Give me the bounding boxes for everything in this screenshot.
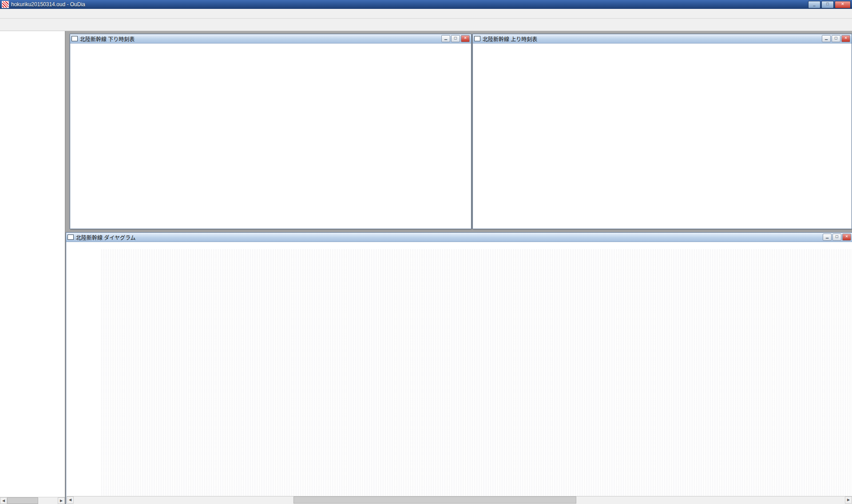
- down-close-button[interactable]: ✕: [461, 35, 470, 42]
- down-maximize-button[interactable]: ▢: [451, 35, 460, 42]
- up-window-title: 北陸新幹線 上り時刻表: [483, 35, 537, 43]
- diagram-minimize-button[interactable]: ▁: [823, 234, 832, 241]
- oudia-app: hokuriku20150314.oud - OuDia _ □ ✕ ◀ ▶ 北…: [0, 0, 852, 504]
- minimize-button[interactable]: _: [808, 1, 820, 8]
- window-title: hokuriku20150314.oud - OuDia: [11, 1, 85, 8]
- maximize-button[interactable]: □: [821, 1, 834, 8]
- tree-hscroll-thumb[interactable]: [7, 497, 38, 504]
- main-titlebar[interactable]: hokuriku20150314.oud - OuDia _ □ ✕: [0, 0, 852, 9]
- scroll-left-icon[interactable]: ◀: [0, 497, 7, 504]
- diagram-grid[interactable]: [101, 249, 852, 496]
- close-button[interactable]: ✕: [835, 1, 851, 8]
- down-window-titlebar[interactable]: 北陸新幹線 下り時刻表 ▁ ▢ ✕: [70, 34, 471, 44]
- diagram-window: 北陸新幹線 ダイヤグラム ▁ ▢ ✕ ◀ ▶: [66, 232, 852, 504]
- diagram-close-button[interactable]: ✕: [842, 234, 851, 241]
- diagram-body: ◀ ▶: [67, 242, 852, 504]
- down-minimize-button[interactable]: ▁: [441, 35, 450, 42]
- diagram-window-titlebar[interactable]: 北陸新幹線 ダイヤグラム ▁ ▢ ✕: [66, 233, 852, 242]
- up-close-button[interactable]: ✕: [841, 35, 850, 42]
- scroll-left-icon[interactable]: ◀: [67, 496, 74, 504]
- scroll-right-icon[interactable]: ▶: [845, 496, 852, 504]
- timetable-icon: [474, 36, 480, 41]
- timetable-icon: [71, 36, 78, 41]
- diagram-icon: [67, 234, 74, 240]
- down-timetable-window: 北陸新幹線 下り時刻表 ▁ ▢ ✕: [70, 34, 472, 229]
- up-maximize-button[interactable]: ▢: [832, 35, 840, 42]
- time-ruler: [67, 242, 852, 250]
- diagram-maximize-button[interactable]: ▢: [832, 234, 841, 241]
- app-icon: [2, 1, 9, 8]
- up-minimize-button[interactable]: ▁: [822, 35, 831, 42]
- scroll-right-icon[interactable]: ▶: [58, 497, 65, 504]
- down-window-title: 北陸新幹線 下り時刻表: [80, 35, 135, 43]
- toolbar: [0, 19, 852, 31]
- diagram-hscroll-thumb[interactable]: [293, 496, 576, 504]
- up-window-titlebar[interactable]: 北陸新幹線 上り時刻表 ▁ ▢ ✕: [473, 34, 852, 44]
- diagram-station-axis: [67, 249, 102, 496]
- tree-hscrollbar[interactable]: ◀ ▶: [0, 497, 65, 504]
- menubar: [0, 9, 852, 19]
- diagram-hscrollbar[interactable]: ◀ ▶: [67, 496, 852, 504]
- route-tree-panel: ◀ ▶: [0, 31, 66, 504]
- diagram-window-title: 北陸新幹線 ダイヤグラム: [76, 234, 136, 241]
- up-timetable-window: 北陸新幹線 上り時刻表 ▁ ▢ ✕: [472, 34, 852, 229]
